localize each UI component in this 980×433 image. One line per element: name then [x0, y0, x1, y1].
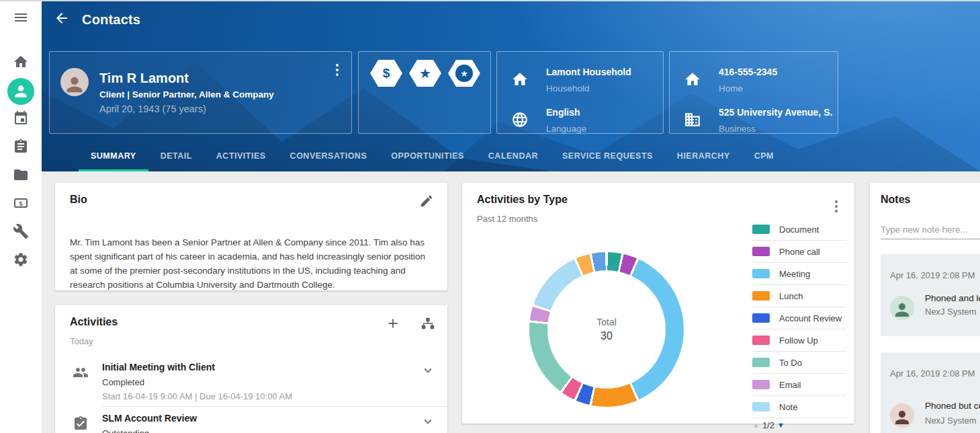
legend-swatch: [752, 291, 770, 301]
tab-hierarchy[interactable]: HIERARCHY: [665, 141, 742, 171]
legend-item-account-review[interactable]: Account Review: [752, 307, 846, 329]
phone-address-card[interactable]: 416-555-2345 Home 525 University Avenue,…: [669, 51, 838, 134]
chart-subtitle: Past 12 months: [477, 214, 537, 224]
bio-title: Bio: [70, 194, 87, 206]
legend-swatch: [752, 269, 770, 278]
dollar-glyph: $: [383, 66, 390, 81]
activity-title: SLM Account Review: [102, 413, 197, 424]
phone-row: 416-555-2345 Home: [670, 60, 838, 100]
task-check-icon: [73, 416, 89, 432]
menu-icon: [13, 9, 29, 28]
home-icon: [684, 71, 701, 88]
language-row: English Language: [497, 100, 663, 141]
note-author-avatar: [890, 403, 914, 428]
legend-item-lunch[interactable]: Lunch: [752, 285, 846, 307]
menu-button[interactable]: [7, 5, 34, 32]
settings-gear-icon: [13, 251, 29, 270]
legend-pagination: ▲ 1/2 ▼: [752, 418, 846, 432]
legend-item-email[interactable]: Email: [752, 374, 846, 396]
svg-text:$: $: [19, 200, 22, 207]
address-label: Business: [719, 124, 756, 134]
legend-page-down-icon[interactable]: ▼: [777, 421, 785, 429]
activities-group-label: Today: [70, 336, 93, 346]
household-language-card[interactable]: Lamont Household Household English Langu…: [496, 51, 664, 134]
billing-dollar-icon: $: [13, 195, 29, 214]
people-icon: [73, 364, 89, 381]
home-icon: [13, 54, 29, 73]
chevron-down-icon[interactable]: [420, 414, 435, 429]
sidebar: $: [0, 0, 42, 433]
folder-icon: [13, 167, 29, 186]
legend-item-meeting[interactable]: Meeting: [752, 263, 846, 285]
dollar-badge-icon[interactable]: $: [370, 60, 402, 87]
activity-status: Outstanding: [102, 428, 149, 433]
activity-hierarchy-button[interactable]: [419, 316, 437, 333]
globe-icon: [511, 111, 529, 128]
legend-page-up-icon[interactable]: ▲: [752, 421, 760, 429]
legend-item-document[interactable]: Document: [752, 219, 846, 241]
address-row: 525 University Avenue, S... Business: [670, 100, 838, 141]
legend-swatch: [752, 247, 770, 256]
note-card[interactable]: Apr 16, 2019 2:08 PM Phoned and le NexJ …: [881, 254, 980, 336]
legend-swatch: [752, 380, 770, 389]
sidebar-item-home[interactable]: [7, 50, 34, 77]
donut-total-label: Total: [596, 317, 617, 327]
sidebar-item-settings[interactable]: [7, 247, 34, 274]
tab-opportunities[interactable]: OPPORTUNITIES: [379, 141, 476, 171]
notes-title: Notes: [881, 194, 910, 206]
contacts-person-icon: [7, 78, 34, 105]
phone-label: Home: [719, 83, 743, 93]
note-date: Apr 16, 2019 2:08 PM: [890, 368, 975, 379]
tab-activities[interactable]: ACTIVITIES: [204, 141, 278, 171]
pencil-icon: [419, 194, 434, 211]
tab-service-requests[interactable]: SERVICE REQUESTS: [550, 141, 665, 171]
star-badge-icon[interactable]: ★: [409, 60, 441, 87]
tab-calendar[interactable]: CALENDAR: [476, 141, 550, 171]
star-circle-badge-icon[interactable]: ★: [448, 60, 480, 87]
legend-swatch: [752, 358, 770, 367]
star-glyph: ★: [419, 67, 431, 80]
household-label: Household: [546, 83, 590, 93]
chart-menu-kebab-icon[interactable]: [830, 196, 842, 216]
tasks-clipboard-icon: [13, 139, 29, 157]
tab-cpm[interactable]: CPM: [742, 141, 786, 171]
note-card[interactable]: Apr 16, 2019 2:08 PM Phoned but co NexJ …: [881, 352, 980, 433]
contact-identity-card[interactable]: Tim R Lamont Client | Senior Partner, Al…: [49, 51, 352, 134]
contact-name: Tim R Lamont: [99, 71, 189, 86]
sidebar-item-tools[interactable]: [7, 219, 34, 246]
app-window: $ Contacts Tim R Lamont Client | Senior …: [0, 0, 980, 433]
sidebar-item-tasks[interactable]: [7, 134, 34, 161]
activities-card: Activities Today Initial Meeting with Cl…: [55, 305, 447, 433]
donut-center: Total 30: [547, 270, 666, 389]
sidebar-item-billing[interactable]: $: [7, 191, 34, 218]
note-date: Apr 16, 2019 2:08 PM: [890, 270, 975, 280]
edit-bio-button[interactable]: [418, 194, 435, 211]
legend-item-to-do[interactable]: To Do: [752, 352, 846, 374]
contact-menu-kebab-icon[interactable]: [331, 60, 343, 80]
back-button[interactable]: [54, 11, 71, 28]
tab-summary[interactable]: SUMMARY: [79, 141, 148, 171]
sidebar-item-documents[interactable]: [7, 163, 34, 190]
legend-item-follow-up[interactable]: Follow Up: [752, 329, 846, 352]
household-value: Lamont Household: [546, 67, 631, 77]
sidebar-item-calendar[interactable]: [7, 106, 34, 133]
tools-wrench-icon: [13, 223, 29, 242]
activities-by-type-card: Activities by Type Past 12 months Total …: [462, 183, 854, 424]
chart-legend: Document Phone call Meeting Lunch Accoun…: [752, 219, 846, 432]
hierarchy-icon: [420, 316, 435, 333]
legend-page-indicator: 1/2: [762, 420, 774, 430]
tab-conversations[interactable]: CONVERSATIONS: [278, 141, 380, 171]
chevron-down-icon[interactable]: [420, 363, 435, 378]
sidebar-item-contacts[interactable]: [7, 78, 34, 105]
tab-detail[interactable]: DETAIL: [148, 141, 204, 171]
badges-card: $ ★ ★: [358, 51, 491, 134]
language-value: English: [546, 107, 580, 118]
donut-total-value: 30: [600, 330, 613, 342]
legend-item-phone-call[interactable]: Phone call: [752, 241, 846, 263]
new-note-input[interactable]: [881, 222, 980, 239]
contact-birthdate: April 20, 1943 (75 years): [99, 104, 206, 114]
activity-title: Initial Meeting with Client: [102, 362, 215, 372]
add-activity-button[interactable]: [384, 316, 402, 333]
legend-item-note[interactable]: Note: [752, 396, 846, 418]
activities-title: Activities: [70, 316, 118, 328]
